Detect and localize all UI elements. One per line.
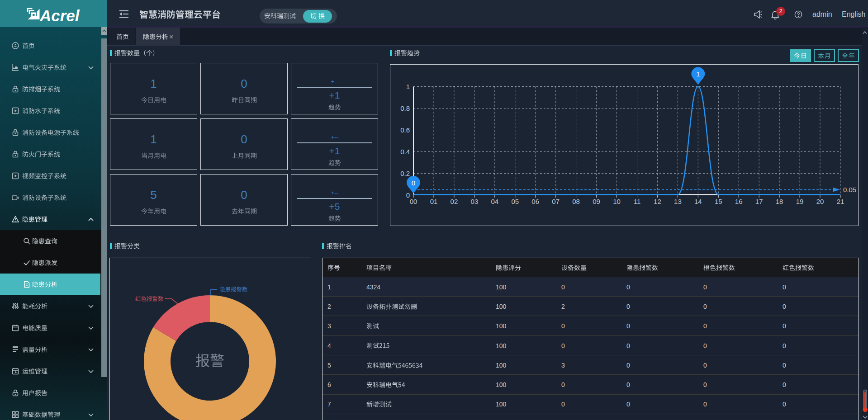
svg-text:08: 08 <box>572 198 580 205</box>
svg-text:01: 01 <box>430 198 438 205</box>
svg-text:18: 18 <box>776 198 783 205</box>
svg-text:13: 13 <box>674 198 682 205</box>
svg-text:0.6: 0.6 <box>400 126 410 134</box>
svg-text:11: 11 <box>634 198 641 205</box>
svg-text:15: 15 <box>715 198 722 205</box>
svg-text:00: 00 <box>410 198 417 205</box>
svg-text:1: 1 <box>406 83 410 90</box>
svg-text:19: 19 <box>796 198 804 205</box>
svg-text:0: 0 <box>406 191 410 199</box>
svg-text:1: 1 <box>696 70 700 78</box>
svg-text:17: 17 <box>755 198 763 205</box>
svg-text:06: 06 <box>531 198 539 205</box>
svg-text:14: 14 <box>694 198 702 205</box>
svg-text:10: 10 <box>613 198 621 205</box>
svg-text:05: 05 <box>511 198 519 205</box>
svg-text:0: 0 <box>412 179 415 187</box>
svg-text:12: 12 <box>654 198 661 205</box>
svg-text:03: 03 <box>471 198 479 205</box>
svg-text:0.4: 0.4 <box>400 148 410 156</box>
svg-text:16: 16 <box>735 198 743 205</box>
svg-text:04: 04 <box>491 198 498 205</box>
svg-text:02: 02 <box>451 198 458 205</box>
svg-text:0.2: 0.2 <box>400 170 410 177</box>
svg-text:Acrel: Acrel <box>39 8 80 24</box>
svg-text:0.05: 0.05 <box>843 186 856 193</box>
svg-text:21: 21 <box>837 198 844 205</box>
svg-text:09: 09 <box>593 198 600 205</box>
svg-text:0.8: 0.8 <box>400 104 410 112</box>
svg-text:07: 07 <box>552 198 560 205</box>
svg-text:20: 20 <box>816 198 824 205</box>
